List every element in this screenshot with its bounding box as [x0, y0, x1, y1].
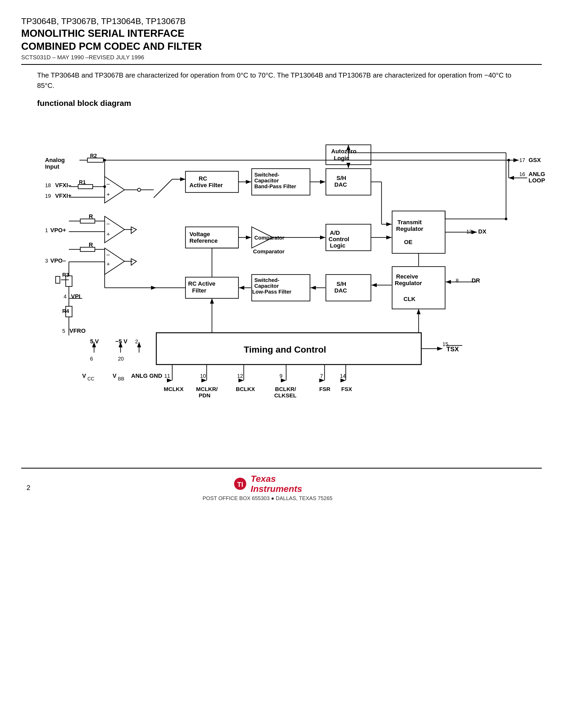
svg-text:Reference: Reference	[189, 237, 217, 244]
product-line2: COMBINED PCM CODEC AND FILTER	[21, 40, 542, 53]
svg-text:Analog: Analog	[45, 157, 65, 163]
svg-text:CLK: CLK	[404, 296, 416, 302]
svg-text:DX: DX	[478, 228, 486, 235]
svg-text:11: 11	[164, 373, 170, 379]
svg-text:2: 2	[135, 339, 138, 344]
svg-text:7: 7	[320, 373, 323, 379]
svg-rect-9	[87, 158, 103, 162]
svg-text:FSR: FSR	[319, 386, 331, 392]
svg-text:CLKSEL: CLKSEL	[274, 392, 297, 398]
ti-logo: TI Texas Instruments	[233, 474, 302, 494]
svg-text:20: 20	[118, 356, 124, 362]
svg-text:Low-Pass Filter: Low-Pass Filter	[252, 289, 292, 295]
page-number: 2	[26, 484, 30, 492]
product-line1: MONOLITHIC SERIAL INTERFACE	[21, 27, 542, 40]
svg-text:–: –	[106, 220, 110, 227]
svg-point-194	[505, 218, 507, 220]
svg-text:–: –	[106, 251, 110, 258]
svg-rect-17	[78, 185, 93, 189]
svg-text:VPO+: VPO+	[50, 227, 66, 233]
svg-text:DR: DR	[472, 277, 480, 284]
svg-text:TSX: TSX	[446, 345, 459, 353]
footer-address: POST OFFICE BOX 655303 ● DALLAS, TEXAS 7…	[203, 495, 333, 501]
header: TP3064B, TP3067B, TP13064B, TP13067B MON…	[21, 16, 542, 65]
svg-text:Switched-: Switched-	[254, 172, 279, 178]
svg-text:Capacitor: Capacitor	[254, 178, 279, 183]
svg-text:Receive: Receive	[396, 273, 418, 280]
svg-text:16: 16	[519, 171, 525, 177]
svg-point-27	[137, 188, 141, 191]
svg-text:10: 10	[200, 373, 206, 379]
ti-logo-icon: TI	[233, 477, 247, 491]
svg-text:18: 18	[45, 182, 51, 188]
svg-text:VFRO: VFRO	[69, 327, 86, 334]
doc-info: SCTS031D – MAY 1990 –REVISED JULY 1996	[21, 54, 542, 61]
svg-text:Transmit: Transmit	[398, 219, 422, 226]
svg-text:Logic: Logic	[334, 155, 350, 161]
footer: 2 TI Texas Instruments POST OFFICE BOX 6…	[21, 469, 542, 501]
svg-text:1: 1	[45, 227, 48, 233]
block-diagram-container: Analog Input R2 18 VFXI– R1 19	[37, 113, 562, 457]
svg-text:Band-Pass Filter: Band-Pass Filter	[254, 183, 296, 189]
svg-text:V: V	[113, 372, 117, 379]
svg-text:MCLKX: MCLKX	[164, 386, 183, 392]
svg-text:ANLG GND: ANLG GND	[131, 372, 162, 379]
section-title: functional block diagram	[37, 99, 542, 108]
svg-rect-105	[392, 211, 445, 253]
svg-text:+: +	[106, 231, 110, 237]
svg-text:A/D: A/D	[330, 230, 340, 236]
svg-text:Switched-: Switched-	[254, 277, 279, 283]
svg-text:VPO–: VPO–	[50, 257, 66, 264]
svg-text:Voltage: Voltage	[189, 231, 210, 237]
svg-rect-57	[56, 276, 60, 283]
svg-text:VFXI–: VFXI–	[55, 182, 71, 188]
svg-text:Timing and Control: Timing and Control	[244, 344, 326, 354]
svg-text:Comparator: Comparator	[253, 248, 285, 254]
svg-text:FSX: FSX	[341, 386, 352, 392]
svg-text:+: +	[106, 191, 110, 198]
svg-text:Capacitor: Capacitor	[254, 283, 279, 289]
svg-text:12: 12	[237, 373, 243, 379]
svg-text:OE: OE	[404, 239, 413, 245]
block-diagram-svg: Analog Input R2 18 VFXI– R1 19	[37, 113, 562, 457]
svg-text:Autozero: Autozero	[331, 148, 356, 155]
footer-logo: TI Texas Instruments POST OFFICE BOX 655…	[203, 474, 333, 501]
svg-line-29	[154, 179, 172, 198]
ti-company-name: Texas Instruments	[250, 474, 302, 494]
svg-text:V: V	[82, 372, 86, 379]
svg-text:MCLKR/: MCLKR/	[196, 386, 218, 392]
svg-marker-42	[131, 227, 136, 233]
svg-text:13: 13	[466, 229, 472, 235]
svg-text:9: 9	[279, 373, 283, 379]
svg-text:RC Active: RC Active	[188, 280, 215, 287]
svg-text:S/H: S/H	[337, 281, 346, 287]
svg-rect-124	[326, 275, 371, 301]
svg-marker-54	[131, 259, 136, 265]
svg-text:6: 6	[90, 356, 93, 362]
svg-text:GSX: GSX	[529, 157, 541, 163]
svg-text:BB: BB	[118, 376, 124, 381]
svg-text:19: 19	[45, 193, 51, 199]
svg-text:5: 5	[62, 328, 65, 334]
svg-rect-128	[392, 267, 445, 309]
svg-text:−5 V: −5 V	[115, 338, 127, 345]
svg-text:Filter: Filter	[192, 287, 206, 294]
svg-text:VFXI+: VFXI+	[55, 192, 71, 199]
svg-text:17: 17	[519, 157, 525, 163]
intro-text: The TP3064B and TP3067B are characterize…	[37, 70, 526, 91]
page: TP3064B, TP3067B, TP13064B, TP13067B MON…	[0, 0, 563, 728]
svg-rect-80	[326, 169, 371, 195]
svg-text:RC: RC	[199, 175, 207, 182]
svg-text:Regulator: Regulator	[396, 226, 423, 232]
svg-text:R4: R4	[62, 308, 69, 314]
svg-text:TI: TI	[237, 481, 243, 488]
svg-text:4: 4	[64, 294, 66, 299]
svg-text:Control: Control	[329, 236, 349, 242]
svg-text:8: 8	[456, 278, 459, 284]
svg-text:14: 14	[340, 373, 346, 379]
svg-point-191	[507, 159, 510, 161]
svg-text:R1: R1	[79, 179, 86, 185]
svg-text:PDN: PDN	[199, 392, 210, 398]
svg-text:Regulator: Regulator	[395, 280, 422, 286]
svg-text:R2: R2	[90, 153, 97, 159]
